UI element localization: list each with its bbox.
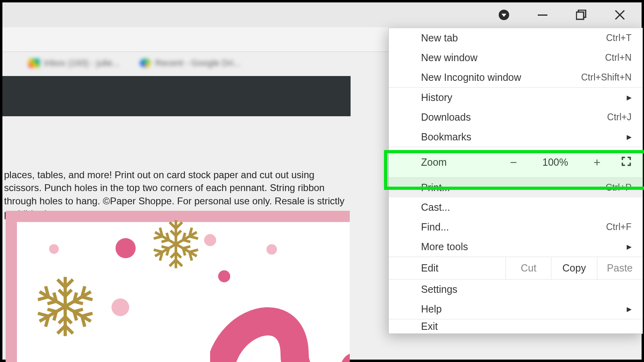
- menu-item-cast[interactable]: Cast...: [389, 197, 642, 217]
- menu-item-settings[interactable]: Settings: [389, 280, 642, 299]
- menu-item-label: Find...: [421, 221, 449, 233]
- zoom-value: 100%: [537, 156, 573, 168]
- menu-shortcut: Ctrl+Shift+N: [581, 72, 632, 83]
- bookmark-label: Recent - Google Dri...: [155, 58, 241, 68]
- menu-zoom-row: Zoom−100%+: [389, 147, 642, 177]
- page-content: Inbox (193) - julie... Recent - Google D…: [2, 52, 642, 360]
- submenu-arrow-icon: ▶: [627, 94, 632, 101]
- window-titlebar: [2, 2, 642, 27]
- menu-item-label: New tab: [421, 32, 458, 44]
- menu-item-print[interactable]: Print...Ctrl+P: [389, 178, 642, 197]
- menu-shortcut: Ctrl+F: [606, 222, 632, 232]
- menu-edit-row: EditCutCopyPaste: [389, 257, 642, 280]
- menu-item-label: Cast...: [421, 202, 450, 213]
- page-artwork: [6, 211, 350, 362]
- menu-item-label: Settings: [421, 284, 457, 295]
- minimize-button[interactable]: [537, 9, 548, 21]
- menu-shortcut: Ctrl+J: [607, 112, 632, 123]
- menu-item-find[interactable]: Find...Ctrl+F: [389, 217, 642, 237]
- bookmark-item[interactable]: Recent - Google Dri...: [140, 58, 241, 68]
- menu-item-label: New Incognito window: [421, 72, 521, 83]
- edit-copy-button[interactable]: Copy: [551, 257, 597, 279]
- window-frame: E Inbox (193) - julie... Recent - Google…: [0, 0, 644, 362]
- menu-shortcut: Ctrl+T: [606, 33, 632, 43]
- menu-item-label: New window: [421, 52, 477, 64]
- letter-graphic: [210, 294, 350, 362]
- menu-item-label: Print...: [421, 182, 450, 193]
- menu-shortcut: Ctrl+P: [605, 182, 632, 193]
- submenu-arrow-icon: ▶: [627, 243, 632, 251]
- edit-label: Edit: [389, 257, 506, 279]
- menu-item-new-incognito-window[interactable]: New Incognito windowCtrl+Shift+N: [389, 68, 642, 87]
- dropdown-icon[interactable]: [498, 9, 510, 21]
- close-button[interactable]: [614, 9, 625, 21]
- snowflake-icon: [150, 218, 202, 272]
- menu-item-downloads[interactable]: DownloadsCtrl+J: [389, 107, 642, 127]
- svg-rect-2: [538, 14, 547, 16]
- zoom-label: Zoom: [421, 156, 489, 168]
- bookmark-label: Inbox (193) - julie...: [44, 58, 120, 68]
- menu-item-new-tab[interactable]: New tabCtrl+T: [389, 28, 642, 48]
- svg-rect-4: [576, 12, 584, 19]
- zoom-out-button[interactable]: −: [506, 156, 521, 169]
- menu-item-label: History: [421, 92, 452, 103]
- bookmark-item[interactable]: Inbox (193) - julie...: [29, 58, 120, 68]
- menu-item-help[interactable]: Help▶: [389, 299, 642, 319]
- fullscreen-button[interactable]: [621, 156, 632, 169]
- favicon-icon: [29, 59, 40, 68]
- submenu-arrow-icon: ▶: [627, 305, 632, 313]
- menu-shortcut: Ctrl+N: [605, 52, 632, 63]
- maximize-button[interactable]: [576, 9, 587, 21]
- page-header-bar: [2, 76, 351, 116]
- menu-item-label: Downloads: [421, 111, 471, 123]
- favicon-icon: [140, 59, 151, 68]
- menu-item-label: Help: [421, 303, 442, 315]
- zoom-in-button[interactable]: +: [589, 156, 605, 169]
- menu-item-label: More tools: [421, 241, 468, 253]
- submenu-arrow-icon: ▶: [627, 133, 632, 141]
- menu-item-label: Bookmarks: [421, 131, 471, 143]
- chrome-main-menu: New tabCtrl+TNew windowCtrl+NNew Incogni…: [388, 28, 643, 334]
- menu-item-exit[interactable]: Exit: [389, 319, 642, 333]
- menu-item-new-window[interactable]: New windowCtrl+N: [389, 48, 642, 68]
- edit-paste-button[interactable]: Paste: [597, 257, 642, 279]
- edit-cut-button[interactable]: Cut: [506, 257, 551, 279]
- menu-item-history[interactable]: History▶: [389, 88, 642, 107]
- menu-item-more-tools[interactable]: More tools▶: [389, 237, 642, 257]
- snowflake-icon: [33, 274, 97, 340]
- menu-item-bookmarks[interactable]: Bookmarks▶: [389, 127, 642, 147]
- menu-item-label: Exit: [421, 321, 438, 332]
